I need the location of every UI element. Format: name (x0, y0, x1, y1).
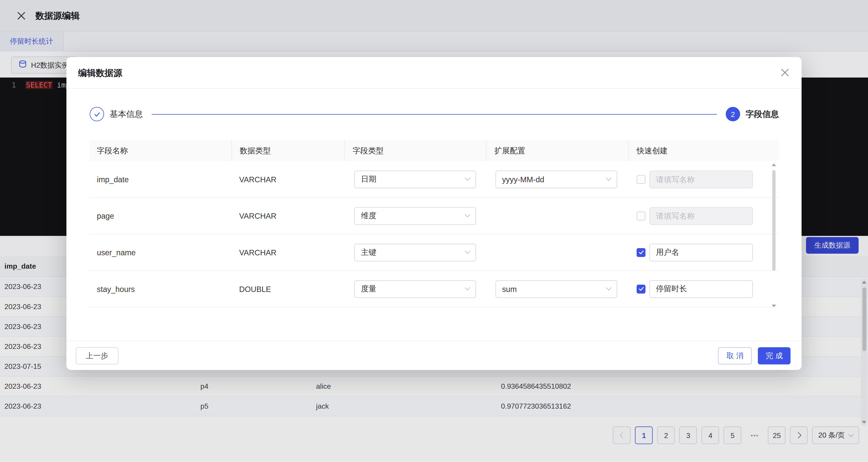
select-value: sum (502, 284, 517, 293)
field-name-cell: user_name (89, 248, 231, 257)
quick-create-checkbox[interactable] (637, 175, 645, 184)
data-type-cell: VARCHAR (231, 211, 344, 220)
field-name: page (97, 211, 114, 220)
data-type: VARCHAR (239, 211, 276, 220)
select-value: 维度 (361, 211, 377, 221)
column-header-data-type: 数据类型 (231, 140, 344, 161)
quick-create-name-input[interactable] (649, 170, 753, 188)
step-connector (152, 114, 717, 114)
column-header-field-name: 字段名称 (89, 140, 231, 161)
step-field-info[interactable]: 2 字段信息 (726, 107, 779, 121)
chevron-down-icon (465, 175, 470, 181)
field-name: stay_hours (97, 284, 135, 293)
data-type-cell: DOUBLE (231, 284, 344, 293)
field-table-scrollbar[interactable] (771, 163, 776, 307)
column-header-quick-create: 快速创建 (628, 140, 779, 161)
finish-button[interactable]: 完 成 (758, 347, 790, 365)
field-name-cell: page (89, 211, 231, 220)
field-type-cell: 主键 (344, 243, 486, 261)
field-type-cell: 度量 (344, 280, 486, 298)
chevron-down-icon (465, 212, 470, 217)
field-type-cell: 维度 (344, 207, 486, 224)
step-label: 字段信息 (746, 109, 779, 119)
scroll-up-icon[interactable] (772, 163, 776, 166)
field-table: 字段名称 数据类型 字段类型 扩展配置 快速创建 imp_date VARCHA… (89, 140, 779, 308)
footer-actions: 取 消 完 成 (718, 347, 790, 365)
ext-config-cell: sum (486, 280, 628, 298)
step-number: 2 (726, 107, 740, 121)
chevron-down-icon (465, 248, 470, 254)
field-type-select[interactable]: 主键 (354, 243, 476, 261)
step-basic-info[interactable]: 基本信息 (90, 107, 143, 121)
field-name: user_name (97, 248, 136, 257)
chevron-down-icon (606, 285, 612, 290)
quick-create-checkbox[interactable] (637, 284, 645, 293)
cancel-button[interactable]: 取 消 (718, 347, 752, 365)
field-row: user_name VARCHAR 主键 (89, 234, 779, 271)
quick-create-checkbox[interactable] (637, 248, 645, 257)
chevron-down-icon (465, 285, 470, 290)
modal-title: 编辑数据源 (78, 57, 122, 89)
select-value: 主键 (361, 247, 377, 257)
quick-create-name-input[interactable] (649, 207, 753, 224)
field-name: imp_date (97, 175, 129, 184)
step-check-icon (90, 107, 104, 121)
field-type-select[interactable]: 度量 (354, 280, 476, 298)
ext-config-select[interactable]: yyyy-MM-dd (495, 170, 617, 188)
data-type-cell: VARCHAR (231, 175, 344, 184)
quick-create-checkbox[interactable] (637, 211, 645, 220)
select-value: 度量 (361, 284, 377, 294)
field-table-header: 字段名称 数据类型 字段类型 扩展配置 快速创建 (89, 140, 779, 161)
data-type: DOUBLE (239, 284, 271, 293)
ext-config-select[interactable]: sum (495, 280, 617, 298)
scrollbar-thumb[interactable] (772, 170, 776, 271)
modal-header: 编辑数据源 (66, 57, 802, 89)
data-type: VARCHAR (239, 175, 276, 184)
field-type-select[interactable]: 维度 (354, 207, 476, 224)
modal-footer: 上一步 取 消 完 成 (66, 341, 802, 370)
field-row: stay_hours DOUBLE 度量 sum (89, 271, 779, 308)
field-row: imp_date VARCHAR 日期 yyyy-MM-dd (89, 161, 779, 198)
ext-config-cell: yyyy-MM-dd (486, 170, 628, 188)
quick-create-cell (628, 280, 779, 298)
data-type-cell: VARCHAR (231, 248, 344, 257)
field-row: page VARCHAR 维度 (89, 198, 779, 234)
quick-create-cell (628, 243, 779, 261)
steps-bar: 基本信息 2 字段信息 (90, 100, 779, 128)
field-name-cell: stay_hours (89, 284, 231, 293)
data-type: VARCHAR (239, 248, 276, 257)
previous-step-button[interactable]: 上一步 (76, 347, 118, 365)
modal-close-icon[interactable] (781, 69, 789, 76)
field-name-cell: imp_date (89, 175, 231, 184)
column-header-ext-config: 扩展配置 (486, 140, 628, 161)
field-type-cell: 日期 (344, 170, 486, 188)
select-value: yyyy-MM-dd (502, 175, 544, 184)
step-label: 基本信息 (110, 109, 143, 119)
field-type-select[interactable]: 日期 (354, 170, 476, 188)
edit-datasource-modal: 编辑数据源 基本信息 2 字段信息 字段名称 数据类型 字段类型 (66, 57, 802, 370)
chevron-down-icon (606, 175, 612, 181)
quick-create-name-input[interactable] (649, 243, 753, 261)
scroll-down-icon[interactable] (772, 305, 776, 307)
quick-create-name-input[interactable] (649, 280, 753, 298)
quick-create-cell (628, 170, 779, 188)
column-header-field-type: 字段类型 (344, 140, 486, 161)
quick-create-cell (628, 207, 779, 224)
select-value: 日期 (361, 174, 377, 184)
